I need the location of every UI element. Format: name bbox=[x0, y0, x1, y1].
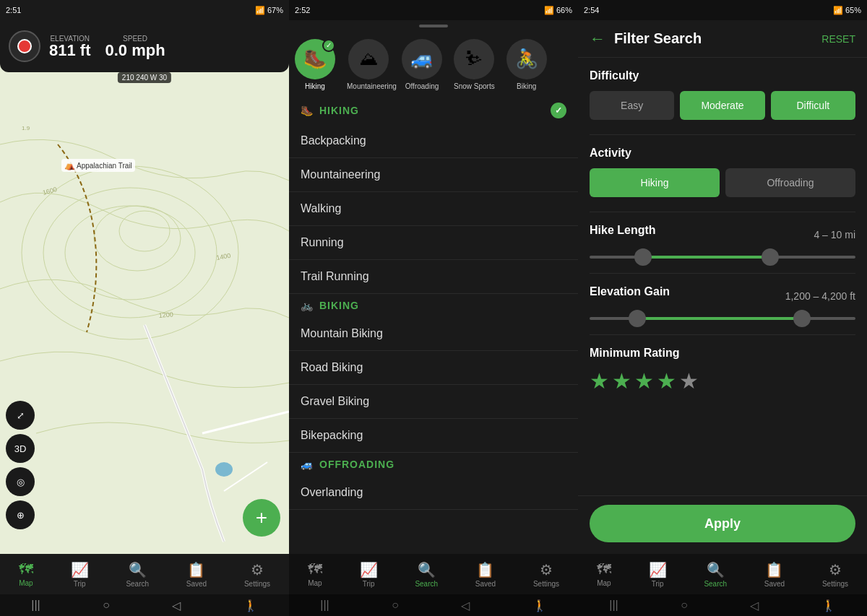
list-item-mountain-biking[interactable]: Mountain Biking bbox=[289, 317, 578, 351]
list-search-icon: 🔍 bbox=[418, 561, 436, 578]
filter-trip-icon: 📈 bbox=[649, 561, 667, 578]
trail-label: ⛺ Appalachian Trail bbox=[61, 159, 135, 172]
divider-3 bbox=[590, 273, 855, 274]
nav-search[interactable]: 🔍 Search bbox=[126, 561, 149, 588]
add-button[interactable]: + bbox=[243, 499, 280, 537]
star-1[interactable]: ★ bbox=[590, 368, 609, 394]
filter-header: ← Filter Search RESET bbox=[578, 20, 867, 58]
filter-time: 2:54 bbox=[584, 6, 599, 14]
tab-hiking[interactable]: 🥾 ✓ Hiking bbox=[295, 39, 335, 90]
record-button[interactable] bbox=[9, 30, 40, 62]
elevation-gain-value: 1,200 – 4,200 ft bbox=[785, 290, 855, 302]
tab-mountaineering[interactable]: ⛰ Mountaineering bbox=[347, 39, 390, 90]
list-nav-settings[interactable]: ⚙ Settings bbox=[533, 561, 559, 588]
tab-offroading[interactable]: 🚙 Offroading bbox=[402, 39, 442, 90]
offroading-activity-button[interactable]: Offroading bbox=[725, 168, 855, 197]
list-item-trail-running[interactable]: Trail Running bbox=[289, 260, 578, 294]
back-button[interactable]: ← bbox=[590, 30, 605, 48]
easy-button[interactable]: Easy bbox=[590, 91, 674, 120]
elevation-gain-header: Elevation Gain 1,200 – 4,200 ft bbox=[590, 285, 855, 307]
hike-length-thumb-min[interactable] bbox=[634, 248, 652, 266]
biking-tab-icon: 🚴 bbox=[506, 39, 547, 79]
list-nav-map[interactable]: 🗺 Map bbox=[308, 561, 322, 587]
apply-wrap: Apply bbox=[578, 495, 867, 554]
snow-sports-tab-icon: ⛷ bbox=[454, 39, 494, 79]
layers-button[interactable]: ⊕ bbox=[6, 500, 35, 529]
list-item-road-biking[interactable]: Road Biking bbox=[289, 351, 578, 385]
filter-nav-map[interactable]: 🗺 Map bbox=[597, 561, 611, 587]
reset-button[interactable]: RESET bbox=[821, 33, 855, 45]
list-item-overlanding[interactable]: Overlanding bbox=[289, 476, 578, 510]
list-status-bar: 2:52 📶 66% bbox=[289, 0, 578, 20]
filter-nav-settings[interactable]: ⚙ Settings bbox=[822, 561, 848, 588]
list-time: 2:52 bbox=[295, 6, 310, 14]
map-nav-icon: 🗺 bbox=[19, 561, 33, 578]
filter-android-back[interactable]: ◁ bbox=[750, 599, 759, 612]
elevation-stat: Elevation 811 ft bbox=[49, 35, 90, 58]
tab-biking[interactable]: 🚴 Biking bbox=[506, 39, 547, 90]
saved-nav-icon: 📋 bbox=[187, 561, 205, 578]
filter-nav-bar: 🗺 Map 📈 Trip 🔍 Search 📋 Saved ⚙ Settings bbox=[578, 554, 867, 594]
android-menu[interactable]: ||| bbox=[31, 599, 40, 612]
list-android-home[interactable]: ○ bbox=[392, 599, 399, 612]
nav-settings[interactable]: ⚙ Settings bbox=[244, 561, 270, 588]
list-item-bikepacking[interactable]: Bikepacking bbox=[289, 419, 578, 453]
compass-button[interactable]: ◎ bbox=[6, 467, 35, 496]
map-panel: 2:51 📶 67% 1600 1400 1200 1.9 bbox=[0, 0, 289, 616]
nav-map[interactable]: 🗺 Map bbox=[19, 561, 33, 587]
list-android-menu[interactable]: ||| bbox=[320, 599, 329, 612]
android-home[interactable]: ○ bbox=[103, 599, 110, 612]
drag-handle[interactable] bbox=[289, 20, 578, 32]
list-item-mountaineering[interactable]: Mountaineering bbox=[289, 158, 578, 192]
list-item-backpacking[interactable]: Backpacking bbox=[289, 124, 578, 158]
filter-search-icon: 🔍 bbox=[707, 561, 725, 578]
mountaineering-tab-icon: ⛰ bbox=[348, 39, 389, 79]
list-item-gravel-biking[interactable]: Gravel Biking bbox=[289, 385, 578, 419]
elevation-gain-section: Elevation Gain 1,200 – 4,200 ft bbox=[590, 285, 855, 320]
star-4[interactable]: ★ bbox=[657, 368, 676, 394]
activity-title: Activity bbox=[590, 147, 855, 160]
speed-stat: Speed 0.0 mph bbox=[105, 35, 165, 58]
nav-saved[interactable]: 📋 Saved bbox=[186, 561, 207, 588]
list-android-access[interactable]: 🚶 bbox=[532, 599, 547, 612]
filter-saved-icon: 📋 bbox=[765, 561, 783, 578]
difficult-button[interactable]: Difficult bbox=[771, 91, 855, 120]
difficulty-section: Difficulty Easy Moderate Difficult bbox=[590, 69, 855, 120]
moderate-button[interactable]: Moderate bbox=[680, 91, 764, 120]
activity-tabs: 🥾 ✓ Hiking ⛰ Mountaineering 🚙 Offroading… bbox=[289, 32, 578, 97]
elevation-gain-thumb-min[interactable] bbox=[629, 310, 646, 327]
android-back[interactable]: ◁ bbox=[172, 599, 181, 612]
3d-button[interactable]: 3D bbox=[6, 434, 35, 463]
min-rating-title: Minimum Rating bbox=[590, 347, 855, 360]
min-rating-section: Minimum Rating ★ ★ ★ ★ ★ bbox=[590, 347, 855, 394]
biking-section-header: 🚲 BIKING bbox=[289, 294, 578, 317]
list-status-icons: 📶 66% bbox=[544, 6, 572, 15]
star-3[interactable]: ★ bbox=[634, 368, 654, 394]
list-settings-icon: ⚙ bbox=[540, 561, 553, 578]
hiking-activity-button[interactable]: Hiking bbox=[590, 168, 720, 197]
list-nav-trip[interactable]: 📈 Trip bbox=[360, 561, 378, 588]
filter-nav-search[interactable]: 🔍 Search bbox=[704, 561, 727, 588]
list-android-back[interactable]: ◁ bbox=[461, 599, 470, 612]
expand-button[interactable]: ⤢ bbox=[6, 401, 35, 430]
list-map-icon: 🗺 bbox=[308, 561, 322, 578]
filter-android-menu[interactable]: ||| bbox=[609, 599, 618, 612]
list-nav-search[interactable]: 🔍 Search bbox=[415, 561, 438, 588]
apply-button[interactable]: Apply bbox=[590, 505, 855, 542]
android-accessibility[interactable]: 🚶 bbox=[243, 599, 258, 612]
elevation-gain-thumb-max[interactable] bbox=[793, 310, 811, 327]
filter-nav-trip[interactable]: 📈 Trip bbox=[649, 561, 667, 588]
list-nav-saved[interactable]: 📋 Saved bbox=[475, 561, 496, 588]
map-controls: ⤢ 3D ◎ ⊕ bbox=[6, 401, 35, 529]
filter-android-access[interactable]: 🚶 bbox=[821, 599, 836, 612]
tab-snow-sports[interactable]: ⛷ Snow Sports bbox=[454, 39, 495, 90]
filter-android-home[interactable]: ○ bbox=[681, 599, 688, 612]
star-5[interactable]: ★ bbox=[679, 368, 699, 394]
filter-nav-saved[interactable]: 📋 Saved bbox=[764, 561, 785, 588]
list-item-running[interactable]: Running bbox=[289, 226, 578, 260]
list-item-walking[interactable]: Walking bbox=[289, 192, 578, 226]
star-2[interactable]: ★ bbox=[612, 368, 631, 394]
nav-trip[interactable]: 📈 Trip bbox=[71, 561, 89, 588]
hike-length-thumb-max[interactable] bbox=[762, 248, 779, 266]
hiking-section-header: 🥾 HIKING ✓ bbox=[289, 97, 578, 124]
